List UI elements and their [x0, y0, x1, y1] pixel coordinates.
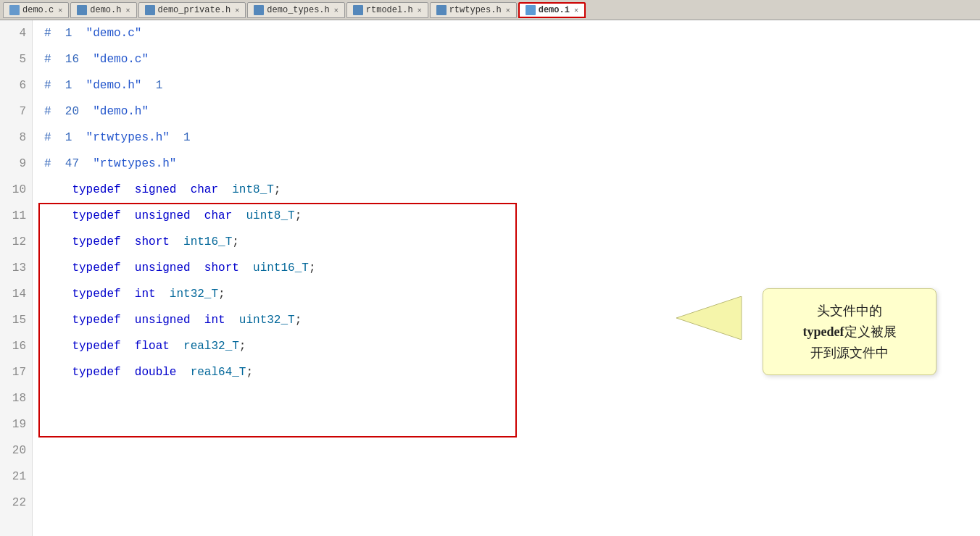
callout-text-line3: 开到源文件中	[810, 346, 889, 360]
file-h-icon	[145, 5, 155, 15]
code-line-7: # 20 "demo.h"	[44, 99, 980, 125]
line-number: 8	[6, 125, 26, 151]
tab-demo-i[interactable]: demo.i ✕	[518, 2, 586, 18]
code-line-18	[44, 385, 980, 411]
file-h-icon	[77, 5, 87, 15]
tab-close-icon[interactable]: ✕	[506, 6, 510, 14]
line-number: 5	[6, 46, 26, 72]
code-line-4: # 1 "demo.c"	[44, 20, 980, 46]
line-number: 13	[6, 255, 26, 281]
line-number: 11	[6, 203, 26, 229]
svg-marker-0	[676, 296, 742, 340]
tab-label: demo_types.h	[267, 5, 329, 15]
tab-demo-h[interactable]: demo.h ✕	[70, 2, 136, 18]
tab-bar: demo.c ✕ demo.h ✕ demo_private.h ✕ demo_…	[0, 0, 980, 20]
callout-text-line2: typedef定义被展	[803, 324, 897, 339]
line-number: 21	[6, 464, 26, 490]
file-h-icon	[353, 5, 363, 15]
file-save-icon	[526, 5, 536, 15]
code-line-10: typedef signed char int8_T;	[44, 177, 980, 203]
tab-label: rtmodel.h	[366, 5, 413, 15]
tab-close-icon[interactable]: ✕	[334, 6, 339, 14]
callout-tooltip: 头文件中的 typedef定义被展 开到源文件中	[763, 288, 937, 375]
tab-demo-c[interactable]: demo.c ✕	[3, 2, 69, 18]
tab-label: demo.c	[22, 5, 54, 15]
code-line-5: # 16 "demo.c"	[44, 46, 980, 72]
line-number: 16	[6, 333, 26, 359]
line-number: 18	[6, 385, 26, 411]
tab-close-icon[interactable]: ✕	[235, 6, 239, 14]
code-line-22	[44, 490, 980, 516]
tab-label: demo_private.h	[158, 5, 231, 15]
tab-label: demo.i	[539, 5, 570, 15]
file-h-icon	[254, 5, 264, 15]
code-line-21	[44, 464, 980, 490]
line-number: 15	[6, 307, 26, 333]
code-line-9: # 47 "rtwtypes.h"	[44, 151, 980, 177]
editor-area: 4 5 6 7 8 9 10 11 12 13 14 15 16 17 18 1…	[0, 20, 980, 536]
callout-arrow-icon	[676, 296, 763, 340]
code-line-6: # 1 "demo.h" 1	[44, 72, 980, 99]
line-number: 22	[6, 490, 26, 516]
code-line-11: typedef unsigned char uint8_T;	[44, 203, 980, 229]
tab-demo-private-h[interactable]: demo_private.h ✕	[138, 2, 246, 18]
callout-typedef-bold: typedef	[803, 324, 844, 339]
code-line-19	[44, 411, 980, 437]
line-number: 10	[6, 177, 26, 203]
tab-label: demo.h	[90, 5, 121, 15]
line-number: 6	[6, 72, 26, 99]
code-content[interactable]: # 1 "demo.c" # 16 "demo.c" # 1 "demo.h" …	[33, 20, 980, 536]
tab-close-icon[interactable]: ✕	[574, 6, 578, 14]
tab-rtwtypes-h[interactable]: rtwtypes.h ✕	[430, 2, 517, 18]
tab-label: rtwtypes.h	[449, 5, 502, 15]
tab-demo-types-h[interactable]: demo_types.h ✕	[247, 2, 344, 18]
tab-close-icon[interactable]: ✕	[125, 6, 130, 14]
line-number: 20	[6, 437, 26, 464]
code-line-20	[44, 437, 980, 464]
line-number: 19	[6, 411, 26, 437]
tab-rtmodel-h[interactable]: rtmodel.h ✕	[346, 2, 428, 18]
tab-close-icon[interactable]: ✕	[58, 6, 62, 14]
line-number: 9	[6, 151, 26, 177]
file-h-icon	[436, 5, 447, 15]
code-line-12: typedef short int16_T;	[44, 229, 980, 255]
line-number: 17	[6, 359, 26, 385]
line-number: 7	[6, 99, 26, 125]
tab-close-icon[interactable]: ✕	[418, 6, 422, 14]
line-number: 4	[6, 20, 26, 46]
line-number: 14	[6, 281, 26, 307]
code-line-13: typedef unsigned short uint16_T;	[44, 255, 980, 281]
line-numbers: 4 5 6 7 8 9 10 11 12 13 14 15 16 17 18 1…	[0, 20, 33, 536]
code-line-8: # 1 "rtwtypes.h" 1	[44, 125, 980, 151]
file-c-icon	[9, 5, 20, 15]
callout-text-line1: 头文件中的	[817, 303, 882, 318]
line-number: 12	[6, 229, 26, 255]
